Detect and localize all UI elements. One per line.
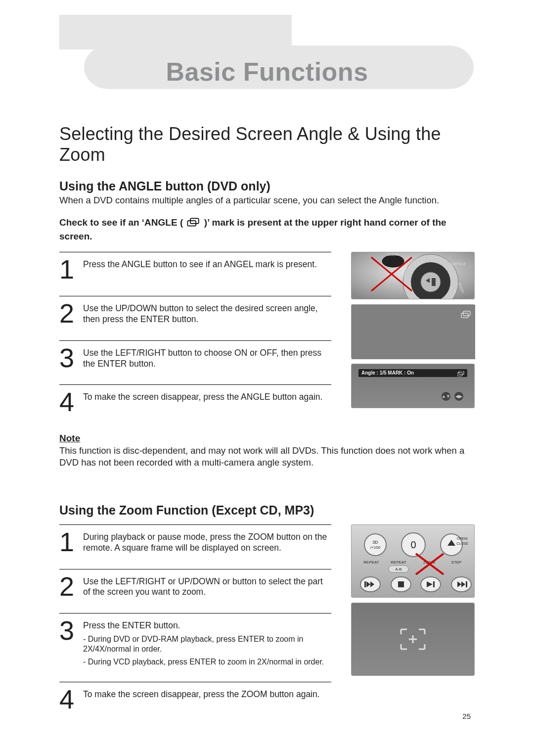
step-number: 4 bbox=[59, 687, 76, 711]
svg-text:REPEAT: REPEAT bbox=[391, 560, 406, 565]
svg-point-15 bbox=[364, 534, 386, 556]
svg-rect-32 bbox=[398, 581, 404, 587]
step-text: Use the UP/DOWN button to select the des… bbox=[83, 301, 331, 325]
step-number: 1 bbox=[59, 530, 76, 554]
step-text: Use the LEFT/RIGHT or UP/DOWN or button … bbox=[83, 574, 331, 598]
chapter-title: Basic Functions bbox=[0, 57, 534, 87]
label-step: STEP bbox=[451, 560, 462, 565]
step-text: To make the screen disappear, press the … bbox=[83, 390, 322, 403]
angle-screen-blank bbox=[351, 304, 475, 359]
zoom-target-icon bbox=[397, 625, 429, 653]
step-number: 4 bbox=[59, 390, 76, 414]
svg-rect-31 bbox=[364, 581, 366, 587]
svg-text:OPEN/: OPEN/ bbox=[457, 537, 468, 540]
angle-step-2: 2 Use the UP/DOWN button to select the d… bbox=[59, 296, 331, 340]
btn-zero-label: 0 bbox=[410, 539, 416, 550]
step-number: 2 bbox=[59, 301, 76, 326]
zoom-step-3: 3 Press the ENTER button. - During DVD o… bbox=[59, 613, 331, 682]
angle-note: Note This function is disc-dependent, an… bbox=[59, 433, 475, 469]
page-number: 25 bbox=[462, 712, 471, 720]
remote-label-clear: CLEAR bbox=[387, 253, 399, 256]
svg-rect-34 bbox=[433, 581, 435, 587]
remote-label-subtitle: SUBTITLE bbox=[449, 262, 466, 266]
updown-hint-icon: ▲▼ bbox=[442, 392, 450, 401]
label-repeat: REPEAT bbox=[363, 560, 379, 565]
zoom-heading: Using the Zoom Function (Except CD, MP3) bbox=[59, 503, 475, 518]
step-number: 1 bbox=[59, 257, 76, 282]
remote-zoom-illustration: 3D /+100 0 OPEN/ CLOSE REPEAT RE bbox=[351, 524, 475, 598]
angle-step-4: 4 To make the screen disappear, press th… bbox=[59, 384, 331, 429]
angle-check-line: Check to see if an ‘ANGLE ( )’ mark is p… bbox=[59, 217, 475, 242]
note-body: This function is disc-dependent, and may… bbox=[59, 445, 475, 469]
step-text: Press the ANGLE button to see if an ANGE… bbox=[83, 257, 317, 270]
zoom-step-2: 2 Use the LEFT/RIGHT or UP/DOWN or butto… bbox=[59, 569, 331, 614]
angle-icon bbox=[187, 217, 201, 231]
zoom-step-1: 1 During playback or pause mode, press t… bbox=[59, 524, 331, 569]
angle-step-1: 1 Press the ANGLE button to see if an AN… bbox=[59, 252, 331, 296]
svg-text:/+100: /+100 bbox=[370, 545, 381, 550]
btn-3d-label: 3D bbox=[372, 540, 378, 545]
step-text: Use the LEFT/RIGHT button to choose ON o… bbox=[83, 346, 331, 370]
step-text: Press the ENTER button. - During DVD or … bbox=[83, 618, 331, 667]
section-title: Selecting the Desired Screen Angle & Usi… bbox=[59, 124, 475, 165]
zoom-step3-sub2: - During VCD playback, press ENTER to zo… bbox=[83, 657, 331, 667]
svg-rect-37 bbox=[466, 581, 467, 587]
step-number: 3 bbox=[59, 346, 76, 370]
svg-text:CLOSE: CLOSE bbox=[456, 542, 468, 545]
osd-bar-text: Angle : 1/5 MARK : On bbox=[358, 369, 467, 377]
note-heading: Note bbox=[59, 433, 475, 444]
step-text: To make the screen disappear, press the … bbox=[83, 687, 320, 700]
angle-osd-screen: Angle : 1/5 MARK : On ▲▼ ◀▶ bbox=[351, 364, 475, 408]
svg-point-6 bbox=[382, 255, 404, 267]
angle-heading: Using the ANGLE button (DVD only) bbox=[59, 179, 475, 193]
angle-intro: When a DVD contains multiple angles of a… bbox=[59, 194, 475, 206]
svg-point-5 bbox=[421, 272, 441, 292]
leftright-hint-icon: ◀▶ bbox=[454, 392, 463, 401]
angle-step-3: 3 Use the LEFT/RIGHT button to choose ON… bbox=[59, 340, 331, 385]
step-text: During playback or pause mode, press the… bbox=[83, 530, 331, 554]
svg-rect-9 bbox=[352, 305, 475, 359]
zoom-steps: 1 During playback or pause mode, press t… bbox=[59, 524, 331, 726]
angle-mark-small-icon bbox=[457, 370, 464, 376]
step-number: 2 bbox=[59, 574, 76, 599]
svg-text:A-B: A-B bbox=[395, 567, 401, 571]
zoom-step-4: 4 To make the screen disappear, press th… bbox=[59, 682, 331, 726]
angle-steps: 1 Press the ANGLE button to see if an AN… bbox=[59, 252, 331, 429]
zoom-screen-preview bbox=[351, 603, 475, 676]
step-number: 3 bbox=[59, 618, 76, 643]
remote-angle-illustration: CLEAR SUBTITLE AUDIO ANGLE bbox=[351, 252, 475, 299]
angle-check-pre: Check to see if an ‘ANGLE ( bbox=[59, 217, 186, 228]
zoom-step3-sub1: - During DVD or DVD-RAM playback, press … bbox=[83, 634, 331, 654]
